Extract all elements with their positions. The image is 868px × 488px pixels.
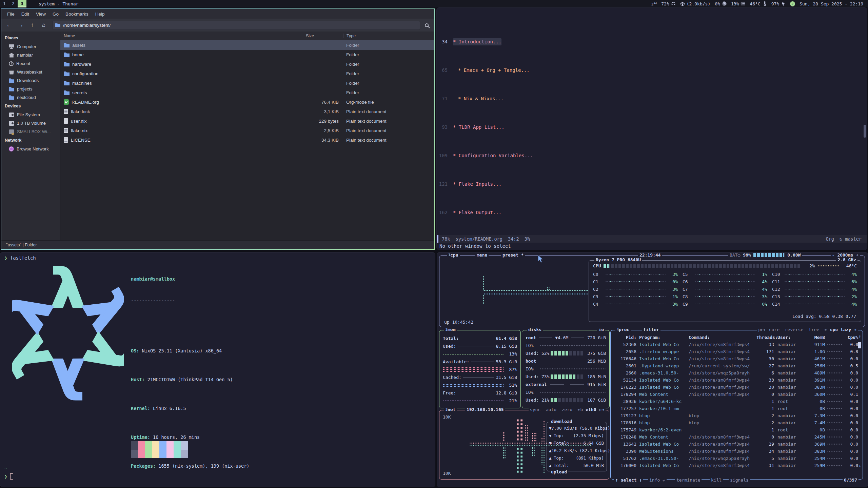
process-row[interactable]: 13642 Isolated Web Co /nix/store/sm8fmrf… <box>611 441 863 448</box>
file-row[interactable]: LICENSE 34,3 KiB Plain text document <box>60 135 434 145</box>
process-row[interactable]: 38936 kworker/u64:6-kc 1 root 0B 0.0 <box>611 398 863 405</box>
sidebar-device-item[interactable]: File System <box>1 110 60 119</box>
process-row[interactable]: 176223 Isolated Web Co /nix/store/sm8fmr… <box>611 384 863 391</box>
menu-button[interactable]: menu <box>475 252 489 258</box>
process-row[interactable]: 52368 Isolated Web Co /nix/store/sm8fmrf… <box>611 341 863 348</box>
net-tab[interactable]: 3net <box>444 407 457 412</box>
filter-button[interactable]: filter <box>642 327 660 332</box>
sidebar-device-item[interactable]: 1,0 TB Volume <box>1 119 60 127</box>
process-pid: 2658 <box>613 349 639 354</box>
process-pid: 178294 <box>613 392 639 397</box>
file-row[interactable]: flake.nix 2,5 KiB Plain text document <box>60 126 434 135</box>
process-row[interactable]: 52134 Isolated Web Co /nix/store/sm8fmrf… <box>611 377 863 384</box>
back-button[interactable]: ← <box>4 20 14 30</box>
process-row[interactable]: 179127 btop btop 2 nambiar 7.3M 0.0 <box>611 412 863 419</box>
menu-item[interactable]: Edit <box>18 10 32 18</box>
sidebar-network-item[interactable]: Browse Network <box>1 145 60 153</box>
file-row[interactable]: configuration Folder <box>60 69 434 78</box>
emacs-scrollbar[interactable] <box>864 125 866 138</box>
sidebar-place-item[interactable]: Wastebasket <box>1 68 60 76</box>
proc-footer-kill[interactable]: kill <box>710 477 723 483</box>
file-row[interactable]: secrets Folder <box>60 88 434 97</box>
file-row[interactable]: home Folder <box>60 50 434 59</box>
core-label: C11 <box>772 279 782 284</box>
file-row[interactable]: user.nix 229 bytes Plain text document <box>60 116 434 126</box>
menu-item[interactable]: File <box>4 10 18 18</box>
proc-tab[interactable]: 4proc <box>615 327 631 332</box>
search-button[interactable] <box>421 20 432 30</box>
process-row[interactable]: 2658 .firefox-wrappe /nix/store/sm8fmrf3… <box>611 348 863 355</box>
shell-prompt: ❯ <box>4 473 13 480</box>
home-button[interactable]: ⌂ <box>39 20 49 30</box>
column-type[interactable]: Type <box>343 34 434 38</box>
mem-tab[interactable]: 2mem <box>444 327 457 332</box>
process-row[interactable]: 2660 .emacs-31.0.50- /nix/store/wnqz5pa8… <box>611 369 863 377</box>
header-mem[interactable]: MemB <box>805 335 825 340</box>
proc-options[interactable]: per-core reverse tree ← cpu lazy → <box>757 327 858 332</box>
process-cpu: 0.0 <box>844 427 858 432</box>
menu-item[interactable]: Help <box>92 10 108 18</box>
proc-footer-terminate[interactable]: terminate <box>675 477 702 483</box>
menu-item[interactable]: Bookmarks <box>62 10 92 18</box>
core-pct: 1% <box>757 272 767 277</box>
file-row[interactable]: machines Folder <box>60 78 434 88</box>
sidebar-place-item[interactable]: nextcloud <box>1 93 60 102</box>
org-heading-line: 71 * Nix & Nixos... <box>437 95 867 102</box>
line-number: 71 <box>437 95 453 102</box>
cpu-tab[interactable]: 1cpu <box>447 252 460 258</box>
header-user[interactable]: User: <box>774 335 805 340</box>
proc-footer-signals[interactable]: signals <box>729 477 750 483</box>
process-cpu-graph <box>827 443 842 445</box>
process-row[interactable]: 175749 kworker/6:2-even 1 root 0B 0.0 <box>611 426 863 433</box>
process-row[interactable]: 177257 kworker/10:1-mm_ 1 root 0B 0.0 <box>611 405 863 412</box>
header-pid[interactable]: Pid: <box>613 335 639 340</box>
header-program[interactable]: Program: <box>639 335 689 340</box>
header-command[interactable]: Command: <box>689 335 756 340</box>
preset-button[interactable]: preset * <box>501 252 525 258</box>
menu-item[interactable]: Go <box>50 10 62 18</box>
path-bar[interactable]: /home/nambiar/system/ <box>52 21 420 30</box>
workspace-button[interactable]: 1 <box>0 0 9 7</box>
process-row[interactable]: 3390 WebExtensions /nix/store/sm8fmrf3wp… <box>611 448 863 455</box>
workspace-button[interactable]: 3 <box>18 0 26 7</box>
process-row[interactable]: 178294 Web Content /nix/store/sm8fmrf3wp… <box>611 391 863 398</box>
header-threads[interactable]: Threads: <box>756 335 774 340</box>
proc-scrollbar-thumb[interactable] <box>858 342 861 348</box>
file-row[interactable]: assets Folder <box>60 40 434 50</box>
update-interval[interactable]: - 2000ms + <box>831 252 860 258</box>
sidebar-place-item[interactable]: Recent <box>1 59 60 68</box>
direction-arrow-icon: ▲ <box>549 455 554 461</box>
proc-footer-info[interactable]: info ↵ <box>648 477 667 483</box>
file-row[interactable]: hardware Folder <box>60 59 434 69</box>
menu-item[interactable]: View <box>33 10 49 18</box>
process-row[interactable]: 176000 Isolated Web Co /nix/store/sm8fmr… <box>611 462 863 469</box>
sidebar-place-item[interactable]: Downloads <box>1 76 60 85</box>
workspace-button[interactable]: 2 <box>9 0 18 7</box>
process-row[interactable]: 51762 .emacs-31.0.50- /nix/store/wnqz5pa… <box>611 455 863 462</box>
process-row[interactable]: 178616 btop btop 2 nambiar 7.4M 0.0 <box>611 419 863 426</box>
fastfetch-line: OS: NixOS 25.11 (Xantusia) x86_64 <box>131 347 321 354</box>
scroll-down-indicator[interactable]: ↓ <box>859 463 861 468</box>
download-label: download <box>550 419 574 424</box>
disks-tab[interactable]: disks <box>527 327 543 332</box>
sidebar-place-item[interactable]: nambiar <box>1 51 60 59</box>
process-row[interactable]: 2601 .Hyprland-wrapp /run/current-system… <box>611 362 863 369</box>
column-size[interactable]: Size <box>303 34 343 38</box>
sidebar-device-item[interactable]: SMALLBOX Wi... <box>1 127 60 136</box>
net-controls[interactable]: sync auto zero ←b eth0 n→ <box>529 407 606 412</box>
sidebar-place-item[interactable]: Computer <box>1 42 60 51</box>
file-row[interactable]: flake.lock 3,1 KiB Plain text document <box>60 107 434 116</box>
place-label: nambiar <box>17 53 33 58</box>
scroll-up-indicator[interactable]: ↑ <box>859 334 861 339</box>
process-row[interactable]: 176646 Isolated Web Co /nix/store/sm8fmr… <box>611 355 863 362</box>
up-button[interactable]: ↑ <box>27 20 37 30</box>
proc-header[interactable]: Pid: Program: Command: Threads: User: Me… <box>611 334 863 341</box>
sidebar-place-item[interactable]: projects <box>1 85 60 93</box>
io-toggle[interactable]: io <box>597 327 605 332</box>
header-cpu[interactable]: Cpu% <box>844 335 858 340</box>
process-row[interactable]: 178248 Web Content /nix/store/sm8fmrf3wp… <box>611 433 863 441</box>
proc-footer-select[interactable]: ↑ select ↓ <box>614 477 643 483</box>
column-name[interactable]: Name <box>60 34 303 38</box>
forward-button[interactable]: → <box>16 20 26 30</box>
file-row[interactable]: README.org 76,4 KiB Org-mode file <box>60 97 434 107</box>
